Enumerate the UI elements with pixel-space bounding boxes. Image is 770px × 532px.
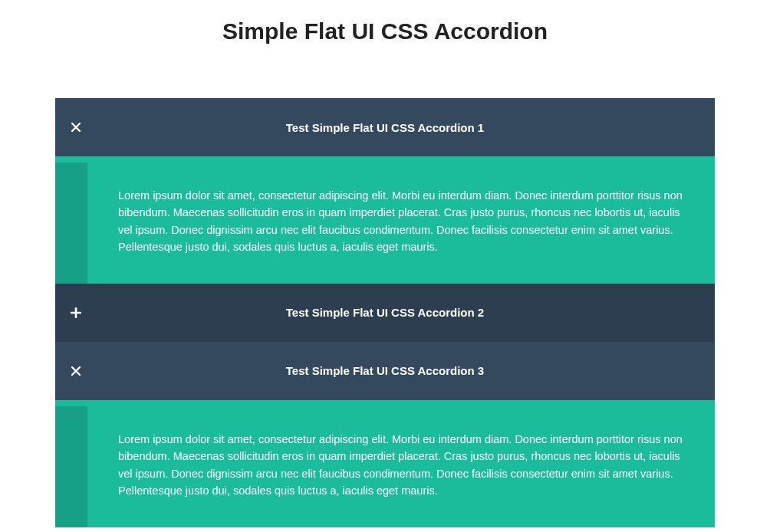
accordion-header-1[interactable]: Test Simple Flat UI CSS Accordion 1 [55, 98, 715, 156]
accordion-content: Lorem ipsum dolor sit amet, consectetur … [87, 163, 715, 284]
accordion-header-2[interactable]: Test Simple Flat UI CSS Accordion 2 [55, 284, 715, 342]
accordion-content: Lorem ipsum dolor sit amet, consectetur … [87, 406, 715, 527]
accordion-side-accent [55, 163, 87, 284]
close-icon [55, 342, 97, 400]
accordion-header-3[interactable]: Test Simple Flat UI CSS Accordion 3 [55, 342, 715, 400]
accordion-body-1: Lorem ipsum dolor sit amet, consectetur … [55, 163, 715, 284]
plus-icon [55, 284, 97, 342]
accordion-gap [55, 400, 715, 406]
accordion-title: Test Simple Flat UI CSS Accordion 3 [97, 364, 715, 377]
accordion-gap [55, 156, 715, 163]
accordion-side-accent [55, 406, 87, 527]
page-title: Simple Flat UI CSS Accordion [0, 18, 770, 44]
accordion-body-3: Lorem ipsum dolor sit amet, consectetur … [55, 406, 715, 527]
close-icon [55, 98, 97, 156]
accordion-title: Test Simple Flat UI CSS Accordion 1 [97, 121, 715, 134]
accordion-title: Test Simple Flat UI CSS Accordion 2 [97, 306, 715, 319]
accordion: Test Simple Flat UI CSS Accordion 1 Lore… [55, 98, 715, 527]
